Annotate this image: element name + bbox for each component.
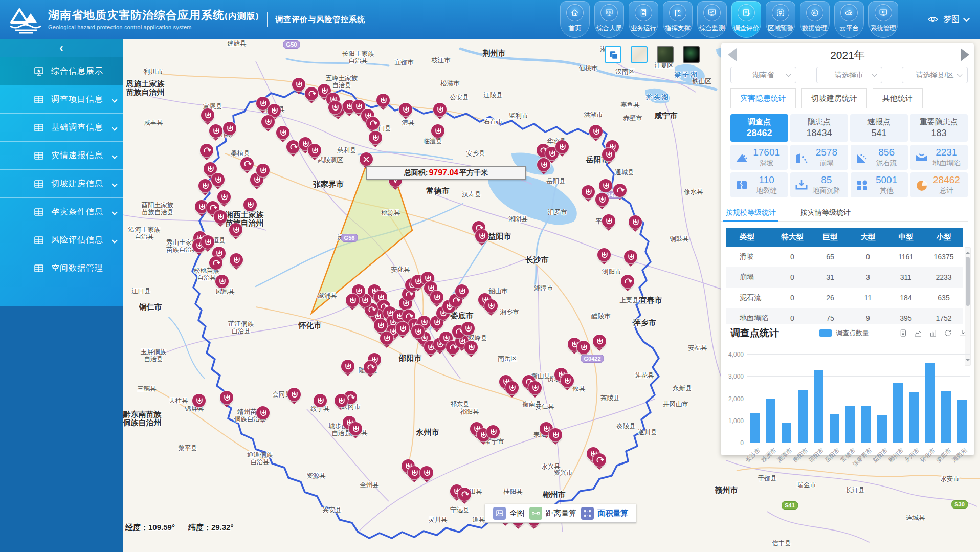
map-marker-u[interactable] bbox=[602, 214, 615, 228]
nav-item-command[interactable]: 指挥支撑 bbox=[663, 1, 693, 38]
eye-icon[interactable] bbox=[927, 14, 939, 25]
bar-邵阳市[interactable] bbox=[814, 370, 823, 443]
summary-card-速报点[interactable]: 速报点 541 bbox=[850, 114, 908, 142]
sidebar-item-灾情速报信息[interactable]: 灾情速报信息 bbox=[0, 142, 123, 170]
nav-item-data[interactable]: 数据管理 bbox=[800, 1, 830, 38]
map-marker-u[interactable] bbox=[314, 394, 327, 407]
bar-湘潭市[interactable] bbox=[782, 423, 791, 443]
line-chart-icon[interactable] bbox=[914, 329, 922, 337]
nav-item-screen[interactable]: 综合大屏 bbox=[594, 1, 624, 38]
bar-湘西州[interactable] bbox=[957, 400, 967, 443]
map-marker-u[interactable] bbox=[220, 391, 233, 404]
map-marker-u[interactable] bbox=[561, 374, 574, 387]
map-marker-c[interactable] bbox=[209, 256, 222, 270]
map-marker-u[interactable] bbox=[455, 284, 469, 298]
map-tool-fullmap[interactable]: 全图 bbox=[493, 507, 525, 520]
summary-card-重要隐患点[interactable]: 重要隐患点 183 bbox=[910, 114, 968, 142]
map-marker-c[interactable] bbox=[200, 144, 213, 157]
table-row[interactable]: 滑坡0650116116375 bbox=[726, 247, 963, 267]
map-marker-u[interactable] bbox=[308, 144, 321, 157]
map-marker-u[interactable] bbox=[349, 422, 362, 435]
sidebar-item-风险评估信息[interactable]: 风险评估信息 bbox=[0, 226, 123, 254]
map-marker-u[interactable] bbox=[292, 78, 305, 91]
map-marker-u[interactable] bbox=[589, 125, 603, 138]
sidebar-item-综合信息展示[interactable]: 综合信息展示 bbox=[0, 57, 123, 85]
street-thumbnail[interactable] bbox=[631, 46, 648, 63]
map-marker-u[interactable] bbox=[593, 335, 606, 348]
chevron-down-icon[interactable] bbox=[963, 15, 970, 22]
map-marker-c[interactable] bbox=[366, 117, 380, 130]
globe-thumbnail[interactable] bbox=[683, 46, 700, 63]
sidebar-item-切坡建房信息[interactable]: 切坡建房信息 bbox=[0, 170, 123, 198]
map-marker-u[interactable] bbox=[486, 425, 500, 438]
map-marker-u[interactable] bbox=[374, 319, 387, 332]
region-select-1[interactable]: 请选择市 bbox=[816, 67, 882, 83]
subtab-按规模等级统计[interactable]: 按规模等级统计 bbox=[723, 205, 778, 221]
nav-item-survey[interactable]: 调查评价 bbox=[731, 1, 761, 38]
map-marker-c[interactable] bbox=[364, 361, 377, 374]
map-marker-c[interactable] bbox=[593, 453, 606, 467]
map-marker-u[interactable] bbox=[328, 101, 342, 114]
map-marker-u[interactable] bbox=[464, 341, 478, 354]
map-marker-u[interactable] bbox=[411, 325, 425, 338]
year-next-button[interactable] bbox=[961, 48, 969, 61]
hazard-card-其他[interactable]: 5001 其他 bbox=[851, 172, 908, 197]
map-marker-u[interactable] bbox=[430, 291, 443, 304]
sidebar-item-孕灾条件信息[interactable]: 孕灾条件信息 bbox=[0, 198, 123, 226]
map-marker-u[interactable] bbox=[602, 148, 615, 161]
map-marker-u[interactable] bbox=[215, 275, 229, 288]
bar-常德市[interactable] bbox=[845, 406, 855, 443]
hazard-card-地面塌陷[interactable]: 2231 地面塌陷 bbox=[910, 145, 968, 170]
nav-item-monitor[interactable]: 综合监测 bbox=[697, 1, 727, 38]
data-view-icon[interactable] bbox=[899, 329, 907, 337]
nav-item-system[interactable]: 系统管理 bbox=[868, 1, 898, 38]
sidebar-item-基础调查信息[interactable]: 基础调查信息 bbox=[0, 114, 123, 142]
nav-item-region[interactable]: 区域预警 bbox=[766, 1, 795, 38]
map-marker-u[interactable] bbox=[369, 131, 382, 144]
hazard-card-地裂缝[interactable]: 110 地裂缝 bbox=[730, 172, 788, 197]
satellite-thumbnail[interactable] bbox=[657, 46, 674, 63]
map-marker-u[interactable] bbox=[599, 179, 612, 192]
map-marker-u[interactable] bbox=[433, 103, 447, 116]
map-marker-u[interactable] bbox=[376, 94, 390, 107]
scroll-up-icon[interactable] bbox=[966, 250, 970, 254]
nav-item-biz[interactable]: 业务运行 bbox=[629, 1, 658, 38]
map-marker-u[interactable] bbox=[276, 126, 289, 139]
map-marker-u[interactable] bbox=[528, 381, 542, 394]
map-marker-u[interactable] bbox=[505, 381, 519, 394]
map-marker-u[interactable] bbox=[287, 388, 301, 401]
map-marker-u[interactable] bbox=[198, 179, 212, 192]
scrollbar-thumb[interactable] bbox=[966, 257, 970, 306]
map-marker-x[interactable] bbox=[360, 152, 373, 166]
bar-永州市[interactable] bbox=[909, 392, 919, 443]
nav-item-home[interactable]: 首页 bbox=[560, 1, 590, 38]
tab-灾害隐患统计[interactable]: 灾害隐患统计 bbox=[730, 88, 796, 108]
map-marker-u[interactable] bbox=[201, 235, 214, 249]
table-row[interactable]: 崩塌03133112233 bbox=[726, 267, 963, 288]
map-marker-u[interactable] bbox=[335, 394, 348, 407]
user-area[interactable]: 梦图 bbox=[927, 0, 969, 39]
map-marker-u[interactable] bbox=[192, 394, 206, 407]
map-marker-u[interactable] bbox=[256, 406, 270, 419]
hazard-card-地面沉降[interactable]: 85 地面沉降 bbox=[790, 172, 848, 197]
download-icon[interactable] bbox=[959, 329, 967, 337]
bar-益阳市[interactable] bbox=[877, 415, 887, 443]
map-marker-u[interactable] bbox=[214, 210, 227, 224]
map-marker-u[interactable] bbox=[555, 140, 569, 153]
map-marker-c[interactable] bbox=[621, 275, 634, 288]
map-marker-u[interactable] bbox=[256, 164, 270, 177]
map-marker-u[interactable] bbox=[217, 190, 231, 204]
bar-岳阳市[interactable] bbox=[830, 414, 839, 443]
map-marker-u[interactable] bbox=[595, 193, 609, 206]
bar-郴州市[interactable] bbox=[893, 383, 903, 443]
map-marker-c[interactable] bbox=[613, 184, 627, 197]
map-marker-c[interactable] bbox=[458, 488, 471, 501]
map-marker-u[interactable] bbox=[475, 229, 488, 242]
bar-张家界市[interactable] bbox=[861, 406, 871, 443]
map-marker-u[interactable] bbox=[380, 332, 393, 345]
map-marker-u[interactable] bbox=[209, 124, 222, 138]
sidebar-collapse-button[interactable]: ‹ bbox=[0, 39, 123, 57]
map-marker-u[interactable] bbox=[201, 108, 214, 122]
map-marker-u[interactable] bbox=[346, 294, 359, 307]
map-marker-u[interactable] bbox=[577, 341, 590, 354]
